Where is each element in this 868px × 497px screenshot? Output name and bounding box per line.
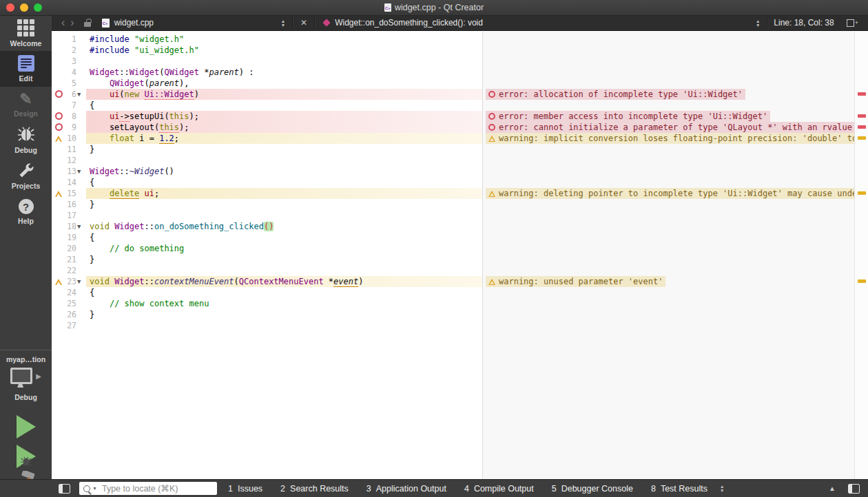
- code-line[interactable]: 7{: [52, 100, 868, 111]
- toolbar-separator: [314, 17, 316, 28]
- code-line[interactable]: 26}: [52, 309, 868, 320]
- split-editor-button[interactable]: +: [847, 19, 858, 27]
- code-line[interactable]: 12: [52, 155, 868, 166]
- locator-input[interactable]: [101, 483, 213, 494]
- line-number: 11: [57, 144, 76, 155]
- line-number: 5: [57, 78, 76, 89]
- code-line[interactable]: 11}: [52, 144, 868, 155]
- code-line[interactable]: 1#include "widget.h": [52, 34, 868, 45]
- code-text: // do something: [90, 243, 184, 254]
- close-document-button[interactable]: ✕: [298, 18, 310, 28]
- annotation-text: warning: deleting pointer to incomplete …: [499, 188, 854, 199]
- sidebar-item-edit[interactable]: Edit: [0, 51, 52, 87]
- bottom-bar: ▼ 1Issues2Search Results3Application Out…: [0, 479, 868, 497]
- line-number: 2: [57, 45, 76, 56]
- code-line[interactable]: 5 QWidget(parent),: [52, 78, 868, 89]
- annotation-text: warning: unused parameter 'event': [499, 276, 663, 287]
- code-text: // show context menu: [90, 298, 209, 309]
- code-line[interactable]: 2#include "ui_widget.h": [52, 45, 868, 56]
- warning-triangle-icon: [488, 191, 495, 197]
- code-line[interactable]: 4Widget::Widget(QWidget *parent) :: [52, 67, 868, 78]
- code-line[interactable]: 19{: [52, 232, 868, 243]
- annotation-text: error: cannot initialize a parameter of …: [499, 122, 854, 133]
- code-line[interactable]: 3: [52, 56, 868, 67]
- sidebar-item-welcome[interactable]: Welcome: [0, 15, 52, 51]
- output-pane-arrows-icon[interactable]: ▲▼: [717, 485, 727, 492]
- code-text: {: [90, 232, 94, 243]
- maximize-output-pane-button[interactable]: ▲: [829, 485, 836, 492]
- warning-triangle-icon[interactable]: [55, 277, 62, 287]
- code-line[interactable]: 21}: [52, 254, 868, 265]
- output-pane-debugger-console[interactable]: 5Debugger Console: [552, 484, 633, 494]
- code-text: float i = 1.2;: [90, 133, 179, 144]
- code-line[interactable]: 27: [52, 320, 868, 331]
- search-icon: [83, 485, 90, 492]
- inline-annotation-error: error: allocation of incomplete type 'Ui…: [486, 89, 745, 100]
- pane-label: Compile Output: [474, 484, 534, 494]
- symbol-dropdown-arrows-icon[interactable]: ▲▼: [753, 19, 763, 27]
- line-number: 25: [57, 298, 76, 309]
- error-ring-icon: [488, 113, 495, 120]
- code-line[interactable]: 17: [52, 210, 868, 221]
- inline-annotation-warning: warning: deleting pointer to incomplete …: [486, 188, 854, 199]
- locator[interactable]: ▼: [79, 482, 217, 495]
- welcome-grid-icon: [17, 19, 34, 36]
- line-number: 12: [57, 155, 76, 166]
- output-pane-compile-output[interactable]: 4Compile Output: [464, 484, 534, 494]
- fold-marker-icon[interactable]: ▼: [77, 166, 81, 177]
- kit-selector[interactable]: ▶: [0, 368, 52, 384]
- code-line[interactable]: 18▼void Widget::on_doSomething_clicked(): [52, 221, 868, 232]
- line-number: 21: [57, 254, 76, 265]
- line-number: 22: [57, 265, 76, 276]
- output-pane-test-results[interactable]: 8Test Results: [651, 484, 707, 494]
- code-line[interactable]: 20 // do something: [52, 243, 868, 254]
- warning-triangle-icon[interactable]: [55, 189, 62, 199]
- code-line[interactable]: 13▼Widget::~Widget(): [52, 166, 868, 177]
- forward-button[interactable]: ›: [68, 16, 76, 30]
- error-ring-icon[interactable]: [55, 123, 63, 133]
- toggle-left-sidebar-button[interactable]: [59, 484, 70, 494]
- code-text: #include "ui_widget.h": [90, 45, 199, 56]
- sidebar-item-label: Welcome: [10, 39, 42, 47]
- code-line[interactable]: 24{: [52, 287, 868, 298]
- warning-triangle-icon[interactable]: [55, 134, 62, 144]
- toolbar-separator: [292, 17, 293, 28]
- code-line[interactable]: 22: [52, 265, 868, 276]
- code-text: QWidget(parent),: [90, 78, 189, 89]
- code-line[interactable]: 16}: [52, 199, 868, 210]
- output-pane-issues[interactable]: 1Issues: [228, 484, 262, 494]
- sidebar-item-help[interactable]: ?Help: [0, 194, 52, 230]
- document-dropdown-arrows-icon[interactable]: ▲▼: [278, 19, 288, 27]
- open-document-selector[interactable]: widget.cpp: [114, 18, 278, 28]
- line-number: 27: [57, 320, 76, 331]
- toggle-right-sidebar-button[interactable]: [848, 484, 860, 494]
- back-button[interactable]: ‹: [59, 16, 68, 30]
- pane-label: Issues: [238, 484, 262, 494]
- pane-number: 3: [366, 484, 371, 494]
- warning-triangle-icon: [488, 136, 495, 142]
- fold-marker-icon[interactable]: ▼: [77, 89, 81, 100]
- pane-number: 8: [651, 484, 656, 494]
- code-line[interactable]: 6▼ ui(new Ui::Widget): [52, 89, 868, 100]
- sidebar-item-label: Edit: [19, 74, 33, 83]
- sidebar-item-projects[interactable]: Projects: [0, 158, 52, 194]
- code-text: #include "widget.h": [90, 34, 184, 45]
- output-pane-search-results[interactable]: 2Search Results: [280, 484, 349, 494]
- output-pane-application-output[interactable]: 3Application Output: [366, 484, 446, 494]
- code-text: Widget::Widget(QWidget *parent) :: [90, 67, 254, 78]
- code-line[interactable]: 14{: [52, 177, 868, 188]
- scrollbar-mark-warning: [858, 279, 866, 283]
- code-line[interactable]: 23▼void Widget::contextMenuEvent(QContex…: [52, 276, 868, 287]
- error-ring-icon[interactable]: [55, 112, 63, 122]
- title-bar: widget.cpp - Qt Creator: [0, 0, 868, 16]
- line-number: 26: [57, 309, 76, 320]
- run-button[interactable]: [17, 415, 36, 438]
- symbol-selector[interactable]: Widget::on_doSomething_clicked(): void: [335, 18, 753, 28]
- sidebar-item-debug[interactable]: Debug: [0, 123, 52, 158]
- error-ring-icon[interactable]: [55, 90, 63, 100]
- inline-annotation-error: error: cannot initialize a parameter of …: [486, 122, 854, 133]
- fold-marker-icon[interactable]: ▼: [77, 276, 81, 287]
- code-editor[interactable]: 1#include "widget.h"2#include "ui_widget…: [52, 32, 868, 480]
- fold-marker-icon[interactable]: ▼: [77, 221, 81, 232]
- code-line[interactable]: 25 // show context menu: [52, 298, 868, 309]
